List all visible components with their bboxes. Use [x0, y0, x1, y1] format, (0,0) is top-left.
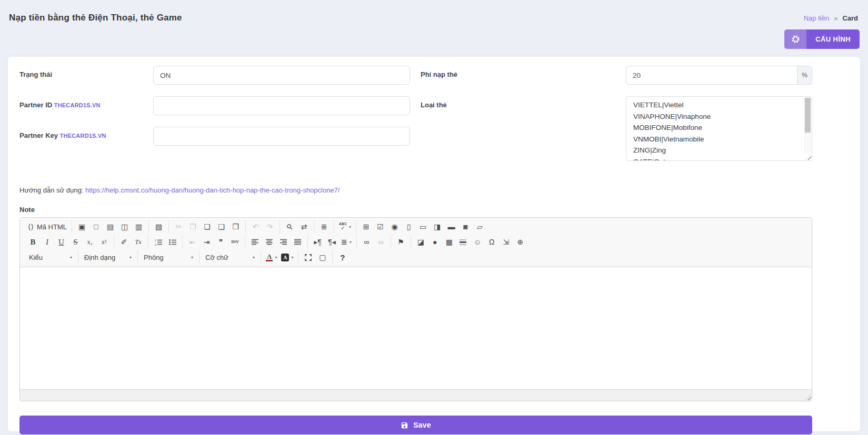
flash-icon[interactable]: ●	[428, 236, 442, 248]
select-all-icon[interactable]: ≣	[317, 220, 331, 233]
rich-text-editor: ⟨⟩Mã HTML▣□▤◫▥▧✂❐❏❑❒↶↷⚲⇄≣ABC✓▾⊞☑◉▯▭◨▬◙▱B…	[19, 217, 812, 401]
fee-addon-percent: %	[797, 66, 812, 85]
bulleted-list-icon[interactable]	[166, 236, 179, 248]
source-icon[interactable]: ⟨⟩Mã HTML	[26, 220, 68, 233]
size-combo[interactable]: Cỡ chữ▾	[203, 251, 257, 264]
link-icon[interactable]: ∞	[360, 236, 373, 248]
actions-row: CẤU HÌNH	[0, 29, 868, 49]
styles-combo[interactable]: Kiểu▾	[26, 251, 75, 264]
partner-key-provider: THECARD1S.VN	[60, 133, 106, 139]
format-combo[interactable]: Định dạng▾	[82, 251, 134, 264]
align-justify-icon[interactable]	[291, 236, 304, 248]
form-icon[interactable]: ⊞	[360, 220, 373, 233]
remove-format-icon[interactable]: Tx	[132, 236, 145, 248]
table-icon[interactable]: ▦	[443, 236, 456, 248]
bg-color-icon[interactable]: A▾	[280, 251, 295, 264]
partner-key-input[interactable]	[153, 127, 410, 146]
settings-card: Trạng thái Partner ID THECARD1S.VN Partn…	[8, 57, 860, 431]
page-break-icon[interactable]: ⇲	[500, 236, 513, 248]
smiley-icon[interactable]: ☺	[471, 236, 484, 248]
button-icon[interactable]: ▬	[445, 220, 458, 233]
save-button[interactable]: Save	[19, 416, 812, 434]
italic-icon[interactable]: I	[41, 236, 54, 248]
replace-icon[interactable]: ⇄	[297, 220, 311, 233]
show-blocks-icon[interactable]: ▢	[316, 251, 329, 264]
guide-prefix: Hướng dẫn sử dụng:	[19, 186, 83, 194]
about-icon[interactable]: ?	[336, 251, 349, 264]
language-icon[interactable]: ≣▾	[340, 236, 353, 248]
checkbox-icon[interactable]: ☑	[374, 220, 387, 233]
breadcrumb-current: Card	[842, 14, 858, 22]
special-char-icon[interactable]: Ω	[485, 236, 498, 248]
save-icon[interactable]: ▣	[75, 220, 88, 233]
editor-resize-grip[interactable]	[805, 394, 811, 400]
align-center-icon[interactable]	[263, 236, 276, 248]
align-left-icon[interactable]	[248, 236, 262, 248]
paste-word-icon[interactable]: ❒	[229, 220, 242, 233]
card-types-textarea[interactable]: VIETTEL|Viettel VINAPHONE|Vinaphone MOBI…	[626, 96, 812, 161]
blockquote-icon[interactable]: ❞	[214, 236, 227, 248]
save-icon	[401, 421, 408, 429]
subscript-icon[interactable]: x₂	[83, 236, 96, 248]
numbered-list-icon[interactable]: 12	[152, 236, 165, 248]
undo-icon[interactable]: ↶	[249, 220, 262, 233]
bidi-ltr-icon[interactable]: ▸¶	[311, 236, 324, 248]
bidi-rtl-icon[interactable]: ¶◂	[325, 236, 338, 248]
partner-id-provider: THECARD1S.VN	[54, 102, 101, 108]
unlink-icon[interactable]: ∞	[374, 236, 387, 248]
find-icon[interactable]: ⚲	[283, 220, 296, 233]
page-title: Nạp tiền bằng thẻ Điện Thoại, thẻ Game	[9, 13, 182, 23]
div-container-icon[interactable]: DIV	[228, 236, 242, 248]
breadcrumb-link[interactable]: Nạp tiền	[804, 14, 829, 22]
anchor-icon[interactable]: ⚑	[394, 236, 407, 248]
partner-id-input[interactable]	[153, 96, 410, 115]
cut-icon[interactable]: ✂	[172, 220, 185, 233]
config-button[interactable]: CẤU HÌNH	[784, 29, 860, 49]
paste-text-icon[interactable]: ❑	[215, 220, 228, 233]
guide-link[interactable]: https://help.cmsnt.co/huong-dan/huong-da…	[85, 186, 340, 194]
new-page-icon[interactable]: □	[89, 220, 103, 233]
gear-icon	[784, 29, 806, 49]
font-combo[interactable]: Phông▾	[141, 251, 196, 264]
text-field-icon[interactable]: ▯	[402, 220, 415, 233]
copy-icon[interactable]: ❐	[186, 220, 199, 233]
breadcrumb: Nạp tiền » Card	[804, 14, 859, 22]
editor-content-area[interactable]	[20, 267, 812, 389]
paste-icon[interactable]: ❏	[201, 220, 214, 233]
status-input[interactable]	[153, 66, 410, 85]
fee-input[interactable]	[626, 66, 797, 85]
align-right-icon[interactable]	[277, 236, 290, 248]
superscript-icon[interactable]: x²	[97, 236, 111, 248]
textarea-icon[interactable]: ▭	[416, 220, 430, 233]
print-icon[interactable]: ▥	[132, 220, 145, 233]
page-header: Nạp tiền bằng thẻ Điện Thoại, thẻ Game N…	[0, 0, 868, 29]
spellcheck-icon[interactable]: ABC✓▾	[337, 220, 353, 233]
textarea-scrollbar[interactable]	[804, 97, 811, 153]
svg-text:2: 2	[155, 242, 156, 245]
maximize-icon[interactable]	[302, 251, 315, 264]
partner-id-label: Partner ID THECARD1S.VN	[19, 96, 153, 109]
outdent-icon[interactable]: ⇤	[186, 236, 199, 248]
note-label: Note	[19, 206, 812, 214]
status-label: Trạng thái	[19, 66, 153, 78]
copy-format-icon[interactable]: ✐	[117, 236, 131, 248]
redo-icon[interactable]: ↷	[263, 220, 276, 233]
horizontal-rule-icon[interactable]	[457, 236, 470, 248]
svg-text:1: 1	[155, 239, 156, 242]
radio-icon[interactable]: ◉	[388, 220, 401, 233]
underline-icon[interactable]: U	[55, 236, 68, 248]
preview-icon[interactable]: ◫	[118, 220, 131, 233]
strike-icon[interactable]: S	[69, 236, 82, 248]
image-icon[interactable]: ◪	[414, 236, 427, 248]
export-pdf-icon[interactable]: ▤	[104, 220, 117, 233]
fee-input-group: %	[626, 66, 812, 85]
text-color-icon[interactable]: A▾	[264, 251, 278, 264]
indent-icon[interactable]: ⇥	[200, 236, 213, 248]
hidden-field-icon[interactable]: ▱	[473, 220, 486, 233]
iframe-icon[interactable]: ⊕	[514, 236, 527, 248]
bold-icon[interactable]: B	[26, 236, 39, 248]
image-button-icon[interactable]: ◙	[459, 220, 472, 233]
textarea-scrollbar-thumb[interactable]	[805, 98, 811, 133]
select-field-icon[interactable]: ◨	[431, 220, 444, 233]
templates-icon[interactable]: ▧	[152, 220, 165, 233]
